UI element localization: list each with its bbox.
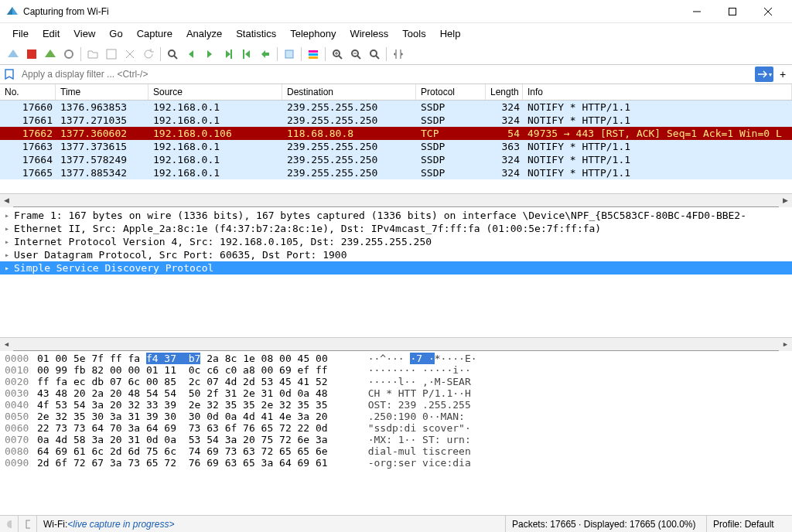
- go-back-button[interactable]: [183, 46, 200, 63]
- svg-point-5: [65, 50, 73, 58]
- stop-capture-button[interactable]: [23, 46, 40, 63]
- byte-line[interactable]: 001000 99 fb 82 00 00 01 11 0c c6 c0 a8 …: [0, 364, 792, 376]
- scroll-left-icon[interactable]: ◀: [0, 194, 13, 207]
- packet-list-pane: No. Time Source Destination Protocol Len…: [0, 84, 792, 207]
- packet-row[interactable]: 176631377.373615192.168.0.1239.255.255.2…: [0, 140, 792, 153]
- packet-row[interactable]: 176601376.963853192.168.0.1239.255.255.2…: [0, 101, 792, 114]
- byte-line[interactable]: 00700a 4d 58 3a 20 31 0d 0a 53 54 3a 20 …: [0, 434, 792, 445]
- detail-ip[interactable]: ▸Internet Protocol Version 4, Src: 192.1…: [0, 235, 792, 248]
- col-header-protocol[interactable]: Protocol: [416, 84, 486, 100]
- svg-line-10: [174, 56, 177, 59]
- scroll-left-icon[interactable]: ◀: [0, 338, 13, 351]
- menu-capture[interactable]: Capture: [131, 26, 179, 41]
- svg-rect-13: [285, 50, 293, 58]
- details-hscroll[interactable]: ◀ ▶: [0, 337, 792, 350]
- byte-line[interactable]: 008064 69 61 6c 2d 6d 75 6c 74 69 73 63 …: [0, 445, 792, 457]
- wireshark-icon: [6, 5, 19, 18]
- toolbar-separator: [386, 47, 387, 61]
- menu-go[interactable]: Go: [103, 26, 128, 41]
- zoom-reset-button[interactable]: [366, 46, 383, 63]
- capture-file-button[interactable]: [19, 516, 37, 532]
- byte-line[interactable]: 006022 73 73 64 70 3a 64 69 73 63 6f 76 …: [0, 422, 792, 434]
- svg-rect-29: [26, 520, 30, 528]
- statusbar: Wi-Fi: <live capture in progress> Packet…: [0, 515, 792, 532]
- save-file-button[interactable]: [103, 46, 120, 63]
- col-header-length[interactable]: Length: [486, 84, 523, 100]
- detail-frame[interactable]: ▸Frame 1: 167 bytes on wire (1336 bits),…: [0, 209, 792, 222]
- svg-rect-4: [27, 49, 36, 59]
- svg-rect-15: [309, 53, 318, 56]
- packet-row[interactable]: 176641377.578249192.168.0.1239.255.255.2…: [0, 153, 792, 166]
- display-filter-bar: ▾ +: [0, 65, 792, 84]
- packet-list-body[interactable]: 176601376.963853192.168.0.1239.255.255.2…: [0, 101, 792, 193]
- go-first-button[interactable]: [238, 46, 255, 63]
- byte-line[interactable]: 00404f 53 54 3a 20 32 33 39 2e 32 35 35 …: [0, 399, 792, 411]
- start-capture-button[interactable]: [5, 46, 22, 63]
- colorize-button[interactable]: [305, 46, 322, 63]
- detail-udp[interactable]: ▸User Datagram Protocol, Src Port: 60635…: [0, 248, 792, 261]
- menu-edit[interactable]: Edit: [36, 26, 66, 41]
- byte-line[interactable]: 003043 48 20 2a 20 48 54 54 50 2f 31 2e …: [0, 387, 792, 399]
- toolbar-separator: [301, 47, 302, 61]
- zoom-out-button[interactable]: [347, 46, 364, 63]
- detail-ssdp[interactable]: ▸Simple Service Discovery Protocol: [0, 261, 792, 275]
- capture-options-button[interactable]: [60, 46, 77, 63]
- packet-row[interactable]: 176651377.885342192.168.0.1239.255.255.2…: [0, 166, 792, 179]
- window-title: Capturing from Wi-Fi: [23, 6, 679, 17]
- packet-row[interactable]: 176611377.271035192.168.0.1239.255.255.2…: [0, 114, 792, 127]
- col-header-info[interactable]: Info: [523, 84, 792, 100]
- expert-info-button[interactable]: [0, 516, 19, 532]
- find-packet-button[interactable]: [164, 46, 181, 63]
- reload-button[interactable]: [140, 46, 157, 63]
- bookmark-filter-icon[interactable]: [3, 68, 15, 80]
- maximize-button[interactable]: [715, 0, 750, 23]
- svg-line-25: [376, 56, 379, 59]
- byte-line[interactable]: 00902d 6f 72 67 3a 73 65 72 76 69 63 65 …: [0, 457, 792, 469]
- menu-view[interactable]: View: [67, 26, 101, 41]
- byte-line[interactable]: 0020ff fa ec db 07 6c 00 85 2c 07 4d 2d …: [0, 376, 792, 387]
- resize-columns-button[interactable]: [390, 46, 407, 63]
- col-header-source[interactable]: Source: [148, 84, 282, 100]
- menu-analyze[interactable]: Analyze: [180, 26, 228, 41]
- scroll-right-icon[interactable]: ▶: [779, 338, 792, 351]
- go-last-button[interactable]: [257, 46, 274, 63]
- col-header-destination[interactable]: Destination: [282, 84, 416, 100]
- menu-telephony[interactable]: Telephony: [284, 26, 342, 41]
- byte-line[interactable]: 000001 00 5e 7f ff fa f4 37 b7 2a 8c 1e …: [0, 353, 792, 364]
- toolbar-separator: [325, 47, 326, 61]
- svg-rect-16: [309, 56, 318, 59]
- svg-rect-6: [107, 49, 116, 59]
- status-profile[interactable]: Profile: Default: [707, 516, 792, 532]
- col-header-no[interactable]: No.: [0, 84, 56, 100]
- auto-scroll-button[interactable]: [281, 46, 298, 63]
- packet-row[interactable]: 176621377.360602192.168.0.106118.68.80.8…: [0, 127, 792, 140]
- close-button[interactable]: [750, 0, 786, 23]
- svg-rect-1: [729, 8, 736, 15]
- restart-capture-button[interactable]: [42, 46, 59, 63]
- svg-point-9: [169, 50, 175, 56]
- packet-details-body[interactable]: ▸Frame 1: 167 bytes on wire (1336 bits),…: [0, 207, 792, 337]
- menu-wireless[interactable]: Wireless: [343, 26, 394, 41]
- menu-help[interactable]: Help: [434, 26, 467, 41]
- menu-file[interactable]: File: [6, 26, 35, 41]
- detail-ethernet[interactable]: ▸Ethernet II, Src: Apple_2a:8c:1e (f4:37…: [0, 222, 792, 235]
- menu-tools[interactable]: Tools: [396, 26, 432, 41]
- packet-bytes-pane[interactable]: 000001 00 5e 7f ff fa f4 37 b7 2a 8c 1e …: [0, 351, 792, 515]
- apply-filter-button[interactable]: ▾: [755, 66, 773, 82]
- menu-statistics[interactable]: Statistics: [230, 26, 282, 41]
- status-packet-count: Packets: 17665 · Displayed: 17665 (100.0…: [506, 516, 707, 532]
- main-toolbar: [0, 44, 792, 65]
- display-filter-input[interactable]: [19, 67, 752, 81]
- go-forward-button[interactable]: [201, 46, 218, 63]
- scroll-right-icon[interactable]: ▶: [779, 194, 792, 207]
- open-file-button[interactable]: [84, 46, 101, 63]
- packet-list-hscroll[interactable]: ◀ ▶: [0, 193, 792, 206]
- zoom-in-button[interactable]: [329, 46, 346, 63]
- svg-line-23: [357, 56, 360, 59]
- byte-line[interactable]: 00502e 32 35 30 3a 31 39 30 30 0d 0a 4d …: [0, 411, 792, 422]
- col-header-time[interactable]: Time: [56, 84, 148, 100]
- add-filter-button[interactable]: +: [777, 67, 789, 81]
- go-to-packet-button[interactable]: [220, 46, 237, 63]
- minimize-button[interactable]: [679, 0, 715, 23]
- close-file-button[interactable]: [121, 46, 138, 63]
